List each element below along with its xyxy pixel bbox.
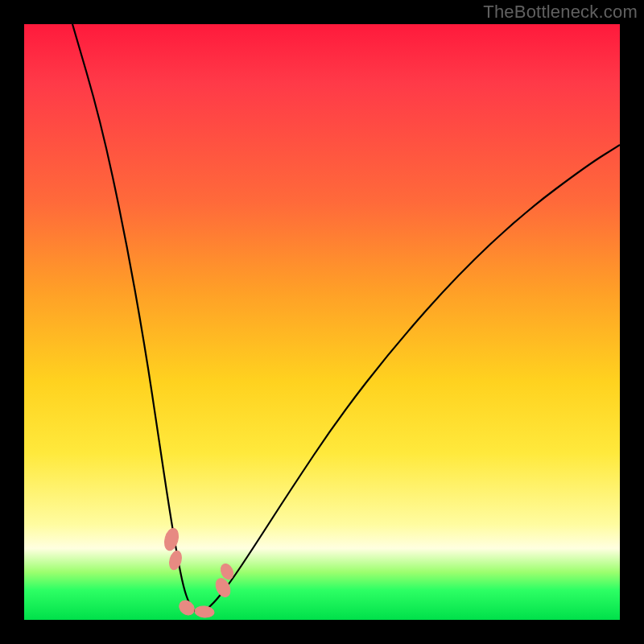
marker-dot bbox=[167, 550, 184, 572]
marker-dot bbox=[176, 597, 197, 617]
chart-svg bbox=[24, 24, 620, 620]
watermark-text: TheBottleneck.com bbox=[483, 2, 638, 23]
marker-dot bbox=[163, 526, 181, 551]
plot-area bbox=[24, 24, 620, 620]
outer-frame: TheBottleneck.com bbox=[0, 0, 644, 644]
bottom-markers bbox=[163, 526, 236, 618]
right-curve bbox=[201, 145, 620, 613]
marker-dot bbox=[194, 605, 214, 618]
left-curve bbox=[72, 24, 201, 613]
marker-dot bbox=[213, 576, 233, 600]
